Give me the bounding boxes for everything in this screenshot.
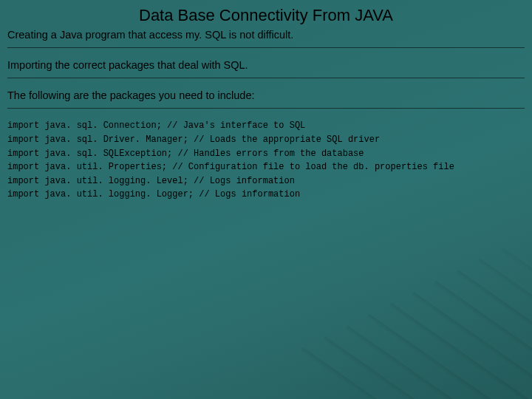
divider	[7, 108, 525, 109]
package-name: java. util. logging. Level;	[44, 176, 188, 186]
code-comment: // Loads the appropriate SQL driver	[194, 134, 380, 145]
divider	[7, 47, 525, 48]
keyword-import: import	[7, 176, 39, 186]
section-packages-heading: The following are the packages you need …	[7, 89, 525, 102]
keyword-import: import	[7, 189, 39, 200]
code-comment: // Java's interface to SQL	[167, 120, 305, 131]
code-line: import java. sql. Driver. Manager; // Lo…	[7, 133, 525, 147]
package-name: java. util. Properties;	[44, 162, 167, 172]
code-line: import java. util. logging. Level; // Lo…	[7, 174, 525, 188]
keyword-import: import	[7, 162, 39, 172]
code-comment: // Logs information	[199, 189, 300, 200]
package-name: java. sql. SQLException;	[44, 149, 172, 159]
code-line: import java. sql. SQLException; // Handl…	[7, 147, 525, 161]
package-name: java. sql. Connection;	[44, 120, 161, 131]
keyword-import: import	[7, 120, 39, 131]
divider	[7, 78, 525, 78]
package-name: java. sql. Driver. Manager;	[44, 134, 188, 145]
intro-paragraph: Creating a Java program that access my. …	[7, 28, 525, 41]
code-block: import java. sql. Connection; // Java's …	[7, 119, 525, 202]
keyword-import: import	[7, 149, 39, 159]
code-comment: // Handles errors from the database	[177, 149, 364, 159]
code-comment: // Logs information	[194, 176, 295, 186]
slide-content: Data Base Connectivity From JAVA Creatin…	[0, 0, 532, 202]
decorative-streaks	[273, 207, 532, 399]
package-name: java. util. logging. Logger;	[44, 189, 194, 200]
code-line: import java. util. logging. Logger; // L…	[7, 188, 525, 202]
code-line: import java. sql. Connection; // Java's …	[7, 119, 525, 133]
keyword-import: import	[7, 134, 39, 145]
section-import-heading: Importing the correct packages that deal…	[7, 58, 525, 72]
slide-title: Data Base Connectivity From JAVA	[7, 6, 525, 25]
code-line: import java. util. Properties; // Config…	[7, 160, 525, 174]
code-comment: // Configuration file to load the db. pr…	[172, 162, 454, 172]
